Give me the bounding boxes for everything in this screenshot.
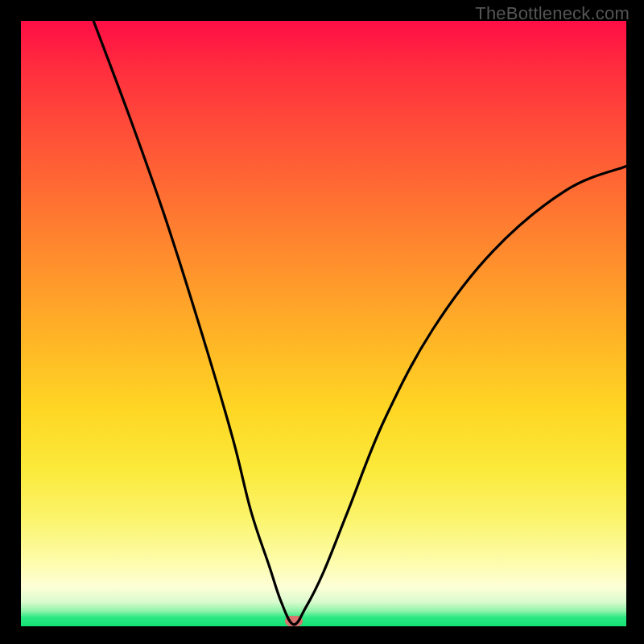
bottleneck-curve	[21, 21, 626, 626]
chart-frame: TheBottleneck.com	[0, 0, 644, 644]
curve-path	[93, 21, 626, 625]
plot-area	[21, 21, 626, 626]
